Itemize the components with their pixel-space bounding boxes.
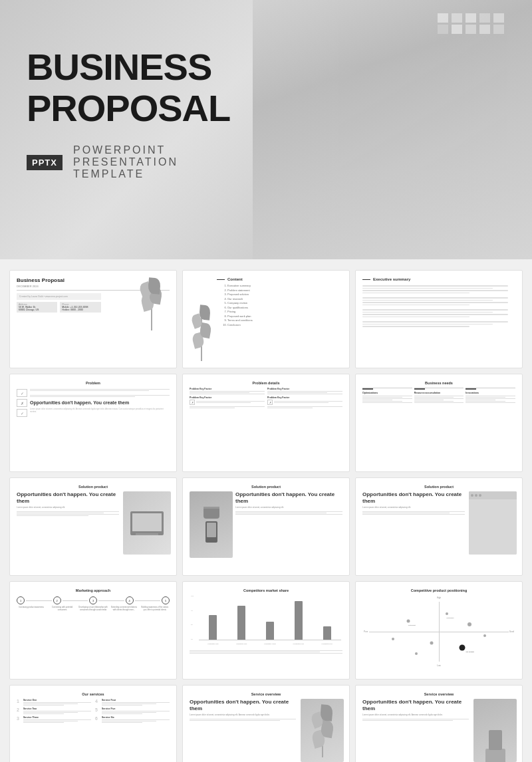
x-icon: ✗ bbox=[17, 399, 27, 407]
svc-item1: 1 Service One bbox=[17, 699, 91, 705]
svcov2-content: Opportunities don't happen. You create t… bbox=[362, 699, 515, 721]
hero-section: BUSINESS PROPOSAL PPTX POWERPOINT PRESEN… bbox=[0, 0, 532, 259]
slide-solution1[interactable]: Solution product Opportunities don't hap… bbox=[9, 477, 177, 576]
hero-content: BUSINESS PROPOSAL PPTX POWERPOINT PRESEN… bbox=[27, 47, 230, 180]
slides-container: Business Proposal DECEMBER 2024 Created … bbox=[0, 259, 532, 762]
step-line bbox=[26, 600, 52, 601]
solution3-content: Opportunities don't happen. You create t… bbox=[362, 491, 515, 515]
plant-decoration bbox=[135, 277, 168, 330]
svcov1-text: Opportunities don't happen. You create t… bbox=[190, 699, 296, 721]
check-icon2: ✓ bbox=[17, 409, 27, 417]
hero-title: BUSINESS PROPOSAL bbox=[27, 47, 230, 128]
dot-ourproduct bbox=[459, 645, 465, 651]
step1-num: 1 bbox=[17, 596, 25, 604]
sol1-lines bbox=[17, 511, 119, 516]
dot4 bbox=[392, 638, 394, 640]
probdet-x-icon: ✗ bbox=[190, 400, 195, 405]
dot8 bbox=[415, 652, 418, 655]
exec-dash bbox=[362, 279, 370, 280]
services-columns: 1 Service One 2 Service Two bbox=[17, 699, 170, 725]
bar2 bbox=[229, 595, 255, 640]
slide-content[interactable]: Content Executive summary Problem statem… bbox=[182, 270, 350, 368]
svcov2-office-image bbox=[473, 699, 517, 762]
hero-image bbox=[253, 0, 532, 259]
solution1-image bbox=[123, 491, 171, 555]
bizneeds-col3: Innovations bbox=[466, 388, 515, 404]
slide-business-needs[interactable]: Business needs Optimizations R bbox=[355, 374, 523, 472]
solution2-content: Opportunities don't happen. You create t… bbox=[190, 491, 342, 558]
slide-our-services[interactable]: Our services 1 Service One bbox=[9, 685, 177, 762]
slide-solution3[interactable]: Solution product bbox=[355, 477, 523, 576]
marketing-labels: Increasing product awareness Connecting … bbox=[17, 606, 170, 611]
step4-num: 4 bbox=[126, 596, 134, 604]
slide-problem[interactable]: Problem ✓ ✗ ✓ bbox=[9, 374, 177, 472]
bar5 bbox=[314, 595, 340, 640]
dot2-label: Participant bbox=[447, 617, 454, 618]
svc-item3: 3 Service Three bbox=[17, 716, 91, 723]
slide-service-overview2[interactable]: Service overview Opportunities bbox=[355, 685, 523, 762]
probdet-icon-row2: ✗ bbox=[267, 400, 342, 405]
svc-item6: 6 Service Six bbox=[95, 716, 170, 723]
positioning-chart: High Low Poor Good Participant Participa bbox=[362, 595, 515, 668]
dot7 bbox=[483, 634, 486, 637]
slide-market-share[interactable]: Competitors market share 100 75 50 25 bbox=[182, 581, 350, 680]
problem-details-content: Problem Key Factor Problem Key Factor ✗ bbox=[190, 388, 342, 410]
svc-item2: 2 Service Two bbox=[17, 707, 91, 714]
bizneeds-col1: Optimizations bbox=[362, 388, 412, 404]
dot2 bbox=[446, 612, 448, 615]
content-list: Executive summary Problem statement Prop… bbox=[227, 284, 342, 326]
svcov2-text: Opportunities don't happen. You create t… bbox=[362, 699, 469, 721]
svcov1-plant-image bbox=[301, 699, 344, 762]
step3: 3 bbox=[89, 596, 97, 604]
probdet-x-icon2: ✗ bbox=[267, 400, 273, 405]
slide-solution2[interactable]: Solution product bbox=[182, 477, 350, 576]
content-dash bbox=[217, 279, 225, 280]
step-line3 bbox=[98, 600, 124, 601]
bar-chart: 100 75 50 25 bbox=[190, 595, 342, 648]
solution2-image bbox=[190, 491, 233, 558]
slides-grid: Business Proposal DECEMBER 2024 Created … bbox=[9, 270, 523, 762]
dot1 bbox=[407, 619, 410, 622]
address-phone: Address 56 W. Walker Dr. 60801 Chicago, … bbox=[17, 302, 101, 313]
solution1-content: Opportunities don't happen. You create t… bbox=[17, 491, 170, 516]
chart-description bbox=[190, 650, 342, 654]
hero-subtitle: POWERPOINT PRESENTATION TEMPLATE bbox=[73, 144, 178, 180]
solution1-text: Opportunities don't happen. You create t… bbox=[17, 491, 119, 516]
check-icon: ✓ bbox=[17, 389, 27, 397]
svcov1-lines bbox=[190, 719, 296, 721]
slide-service-overview1[interactable]: Service overview bbox=[182, 685, 350, 762]
svc-item4: 4 Service Four bbox=[95, 699, 170, 705]
step5: 5 bbox=[162, 596, 170, 604]
marketing-steps: 1 2 3 4 5 bbox=[17, 596, 170, 604]
problem-text: Opportunities don't happen. You create t… bbox=[30, 389, 170, 417]
dot3 bbox=[467, 622, 471, 626]
pptx-badge: PPTX bbox=[27, 155, 63, 170]
step2-num: 2 bbox=[53, 596, 61, 604]
dot5 bbox=[430, 641, 433, 644]
bars bbox=[199, 595, 341, 640]
dot1-label: Participant bbox=[408, 624, 416, 626]
problem-content: ✓ ✗ ✓ Opportunities don't happen. You cr… bbox=[17, 389, 170, 417]
content-list-section: Content Executive summary Problem statem… bbox=[217, 277, 342, 361]
slide-executive-summary[interactable]: Executive summary bbox=[355, 270, 523, 368]
slide-cover[interactable]: Business Proposal DECEMBER 2024 Created … bbox=[9, 270, 177, 368]
svc-col1: 1 Service One 2 Service Two bbox=[17, 699, 91, 725]
step2: 2 bbox=[53, 596, 61, 604]
sol3-lines bbox=[362, 511, 465, 515]
step-line4 bbox=[135, 600, 161, 601]
svcov2-lines bbox=[362, 719, 469, 721]
problem-icons: ✓ ✗ ✓ bbox=[17, 389, 27, 417]
slide-marketing[interactable]: Marketing approach 1 2 3 4 bbox=[9, 581, 177, 680]
slide-problem-details[interactable]: Problem details Problem Key Factor Probl… bbox=[182, 374, 350, 472]
step5-num: 5 bbox=[162, 596, 170, 604]
bar-labels: Competitor One Competitor Two Competitor… bbox=[199, 642, 341, 644]
solution3-text: Opportunities don't happen. You create t… bbox=[362, 491, 465, 515]
solution3-image bbox=[469, 491, 517, 555]
step1: 1 bbox=[17, 596, 25, 604]
sticky-notes bbox=[438, 13, 505, 34]
step3-num: 3 bbox=[89, 596, 97, 604]
slide-positioning[interactable]: Competitive product positioning High Low… bbox=[355, 581, 523, 680]
content-plant bbox=[190, 277, 213, 361]
bar3 bbox=[257, 595, 283, 640]
bar4 bbox=[285, 595, 311, 640]
